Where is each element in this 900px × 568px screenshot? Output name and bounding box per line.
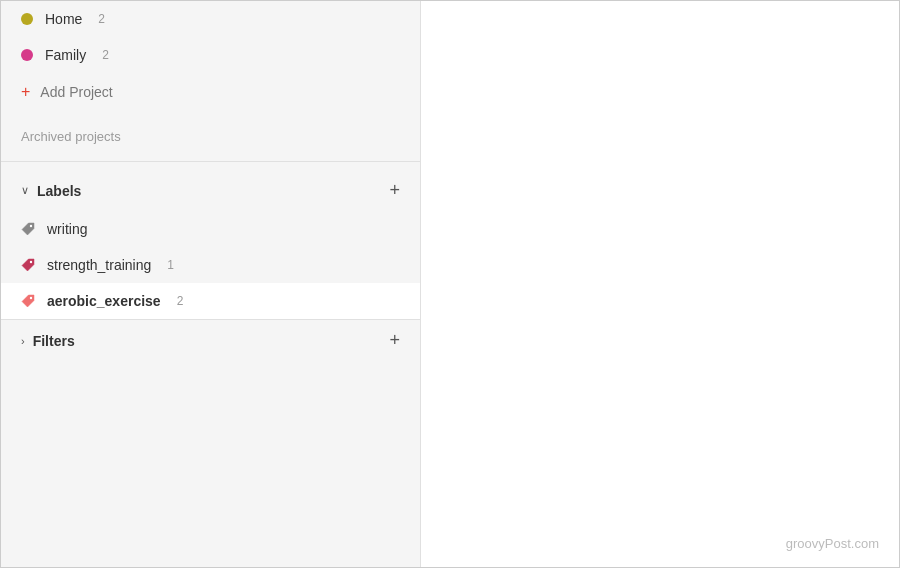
aerobic-tag-icon <box>21 294 35 308</box>
label-writing[interactable]: writing <box>1 211 420 247</box>
writing-tag-icon <box>21 222 35 236</box>
labels-header-left: ∨ Labels <box>21 183 81 199</box>
archived-label: Archived projects <box>21 129 121 144</box>
filters-header-left: › Filters <box>21 333 75 349</box>
filters-chevron-icon: › <box>21 335 25 347</box>
filters-add-icon[interactable]: + <box>389 330 400 351</box>
svg-point-1 <box>30 261 32 263</box>
labels-chevron-icon: ∨ <box>21 184 29 197</box>
aerobic-label: aerobic_exercise <box>47 293 161 309</box>
project-home[interactable]: Home 2 <box>1 1 420 37</box>
family-dot <box>21 49 33 61</box>
family-label: Family <box>45 47 86 63</box>
home-count: 2 <box>98 12 105 26</box>
strength-label: strength_training <box>47 257 151 273</box>
aerobic-count: 2 <box>177 294 184 308</box>
divider-1 <box>1 161 420 162</box>
add-project-label: Add Project <box>40 84 112 100</box>
add-project-button[interactable]: + Add Project <box>1 73 420 111</box>
project-family[interactable]: Family 2 <box>1 37 420 73</box>
labels-section-header[interactable]: ∨ Labels + <box>1 170 420 211</box>
filters-title: Filters <box>33 333 75 349</box>
main-content <box>421 1 899 567</box>
family-count: 2 <box>102 48 109 62</box>
sidebar: Home 2 Family 2 + Add Project Archived p… <box>1 1 421 567</box>
home-label: Home <box>45 11 82 27</box>
label-aerobic-exercise[interactable]: aerobic_exercise 2 <box>1 283 420 319</box>
svg-point-0 <box>30 225 32 227</box>
archived-section: Archived projects <box>1 111 420 153</box>
strength-count: 1 <box>167 258 174 272</box>
plus-icon: + <box>21 83 30 101</box>
watermark: groovyPost.com <box>786 536 879 551</box>
strength-tag-icon <box>21 258 35 272</box>
labels-title: Labels <box>37 183 81 199</box>
home-dot <box>21 13 33 25</box>
labels-add-icon[interactable]: + <box>389 180 400 201</box>
svg-point-2 <box>30 297 32 299</box>
writing-label: writing <box>47 221 87 237</box>
filters-section-header[interactable]: › Filters + <box>1 319 420 361</box>
label-strength-training[interactable]: strength_training 1 <box>1 247 420 283</box>
